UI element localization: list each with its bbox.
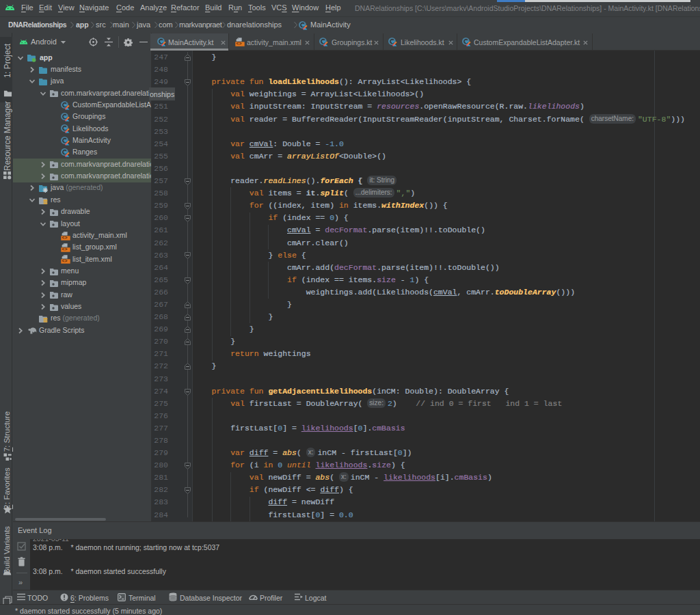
svg-text:<>: <>	[62, 235, 68, 240]
svg-text:<>: <>	[62, 259, 68, 264]
svg-text:<>: <>	[62, 247, 68, 251]
svg-text:<>: <>	[236, 41, 241, 46]
